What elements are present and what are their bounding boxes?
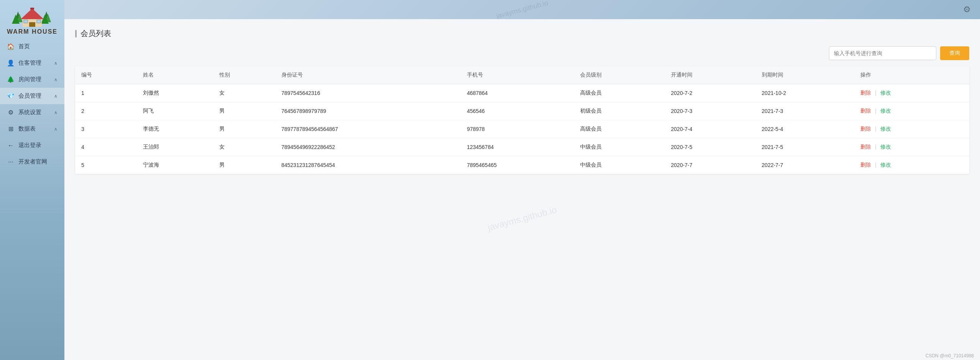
col-id: 编号 xyxy=(75,66,137,84)
logo-text: WARM HOUSE xyxy=(7,28,58,35)
sidebar-item-devsite[interactable]: ··· 开发者官网 xyxy=(0,154,64,170)
cell-0: 4 xyxy=(75,138,137,156)
logo-icon xyxy=(11,4,53,28)
edit-button[interactable]: 修改 xyxy=(880,90,891,96)
delete-button[interactable]: 删除 xyxy=(860,108,871,114)
chevron-up-icon: ∧ xyxy=(54,61,58,66)
sidebar-item-member-label: 会员管理 xyxy=(18,92,41,100)
sidebar-nav: 🏠 首页 👤 住客管理 ∧ 🌲 房间管理 ∧ 💎 会员管理 ∧ ⚙ 系统设置 ∧ xyxy=(0,38,64,170)
sidebar-item-logout-label: 退出登录 xyxy=(18,142,41,149)
action-separator: | xyxy=(873,144,878,150)
cell-0: 3 xyxy=(75,120,137,138)
cell-3: 7897545642316 xyxy=(275,84,461,102)
action-cell: 删除 | 修改 xyxy=(854,102,969,120)
sidebar-item-member[interactable]: 💎 会员管理 ∧ xyxy=(0,88,64,104)
sidebar-item-home[interactable]: 🏠 首页 xyxy=(0,38,64,55)
tree-icon: 🌲 xyxy=(7,76,15,83)
delete-button[interactable]: 删除 xyxy=(860,126,871,132)
cell-7: 2021-7-5 xyxy=(756,138,855,156)
svg-rect-8 xyxy=(30,8,34,10)
cell-2: 女 xyxy=(213,84,275,102)
footer: CSDN @m0_71014988 xyxy=(64,352,980,360)
delete-button[interactable]: 删除 xyxy=(860,90,871,96)
col-level: 会员级别 xyxy=(574,66,665,84)
col-action: 操作 xyxy=(854,66,969,84)
sidebar-item-settings[interactable]: ⚙ 系统设置 ∧ xyxy=(0,104,64,121)
edit-button[interactable]: 修改 xyxy=(880,162,891,168)
action-separator: | xyxy=(873,126,878,132)
table-row: 2阿飞男764567898979789456546初级会员2020-7-3202… xyxy=(75,102,969,120)
table-row: 4王治郅女789456496922286452123456784中级会员2020… xyxy=(75,138,969,156)
home-icon: 🏠 xyxy=(7,43,15,50)
content-area: javayms.github.io javayms.github.io 会员列表… xyxy=(64,19,980,352)
table-row: 1刘傲然女78975456423164687864高级会员2020-7-2202… xyxy=(75,84,969,102)
table-row: 5宁波海男8452312312876454547895465465中级会员202… xyxy=(75,156,969,174)
edit-button[interactable]: 修改 xyxy=(880,108,891,114)
sidebar-item-logout[interactable]: ← 退出登录 xyxy=(0,137,64,154)
sidebar: WARM HOUSE 🏠 首页 👤 住客管理 ∧ 🌲 房间管理 ∧ 💎 会员管理… xyxy=(0,0,64,360)
cell-5: 高级会员 xyxy=(574,84,665,102)
cell-3: 764567898979789 xyxy=(275,102,461,120)
search-bar: 查询 xyxy=(75,46,969,60)
header-bar: javayms.github.io ⚙ xyxy=(64,0,980,19)
cell-2: 男 xyxy=(213,120,275,138)
settings-icon-header[interactable]: ⚙ xyxy=(963,5,971,15)
cell-1: 王治郅 xyxy=(137,138,213,156)
footer-text: CSDN @m0_71014988 xyxy=(926,353,974,358)
content-watermark2: javayms.github.io xyxy=(487,204,558,233)
page-title: 会员列表 xyxy=(75,28,969,39)
action-cell: 删除 | 修改 xyxy=(854,156,969,174)
diamond-icon: 💎 xyxy=(7,92,15,100)
cell-6: 2020-7-4 xyxy=(665,120,756,138)
search-input[interactable] xyxy=(829,46,936,60)
col-gender: 性别 xyxy=(213,66,275,84)
cell-6: 2020-7-5 xyxy=(665,138,756,156)
edit-button[interactable]: 修改 xyxy=(880,144,891,150)
sidebar-item-room-label: 房间管理 xyxy=(18,76,41,83)
chevron-up-icon-member: ∧ xyxy=(54,93,58,99)
col-start-date: 开通时间 xyxy=(665,66,756,84)
cell-7: 2021-10-2 xyxy=(756,84,855,102)
cell-5: 中级会员 xyxy=(574,138,665,156)
chevron-up-icon-settings: ∧ xyxy=(54,110,58,115)
sidebar-item-home-label: 首页 xyxy=(18,43,30,50)
delete-button[interactable]: 删除 xyxy=(860,162,871,168)
cell-7: 2022-7-7 xyxy=(756,156,855,174)
col-phone: 手机号 xyxy=(461,66,574,84)
svg-marker-7 xyxy=(21,8,44,19)
cell-3: 845231231287645454 xyxy=(275,156,461,174)
cell-3: 7897787894564564867 xyxy=(275,120,461,138)
edit-button[interactable]: 修改 xyxy=(880,126,891,132)
sidebar-item-guest[interactable]: 👤 住客管理 ∧ xyxy=(0,55,64,71)
member-table: 编号 姓名 性别 身份证号 手机号 会员级别 开通时间 到期时间 操作 1刘傲然… xyxy=(75,66,969,174)
col-end-date: 到期时间 xyxy=(756,66,855,84)
search-button[interactable]: 查询 xyxy=(940,46,969,60)
cell-7: 2021-7-3 xyxy=(756,102,855,120)
table-header: 编号 姓名 性别 身份证号 手机号 会员级别 开通时间 到期时间 操作 xyxy=(75,66,969,84)
sidebar-item-guest-label: 住客管理 xyxy=(18,59,41,67)
dots-icon: ··· xyxy=(7,159,15,165)
cell-1: 刘傲然 xyxy=(137,84,213,102)
sidebar-item-datatable-label: 数据表 xyxy=(18,125,36,133)
table-icon: ⊞ xyxy=(7,125,15,133)
cell-4: 4687864 xyxy=(461,84,574,102)
svg-rect-10 xyxy=(24,20,28,23)
col-idcard: 身份证号 xyxy=(275,66,461,84)
delete-button[interactable]: 删除 xyxy=(860,144,871,150)
cell-6: 2020-7-7 xyxy=(665,156,756,174)
guest-icon: 👤 xyxy=(7,59,15,67)
sidebar-item-room[interactable]: 🌲 房间管理 ∧ xyxy=(0,71,64,88)
cell-7: 2022-5-4 xyxy=(756,120,855,138)
cell-5: 高级会员 xyxy=(574,120,665,138)
cell-0: 1 xyxy=(75,84,137,102)
cell-0: 2 xyxy=(75,102,137,120)
logout-icon: ← xyxy=(7,142,15,149)
cell-4: 456546 xyxy=(461,102,574,120)
cell-2: 女 xyxy=(213,138,275,156)
cell-3: 789456496922286452 xyxy=(275,138,461,156)
main-area: javayms.github.io ⚙ javayms.github.io ja… xyxy=(64,0,980,360)
cell-4: 7895465465 xyxy=(461,156,574,174)
chevron-up-icon-room: ∧ xyxy=(54,77,58,82)
cell-2: 男 xyxy=(213,156,275,174)
sidebar-item-datatable[interactable]: ⊞ 数据表 ∧ xyxy=(0,121,64,137)
